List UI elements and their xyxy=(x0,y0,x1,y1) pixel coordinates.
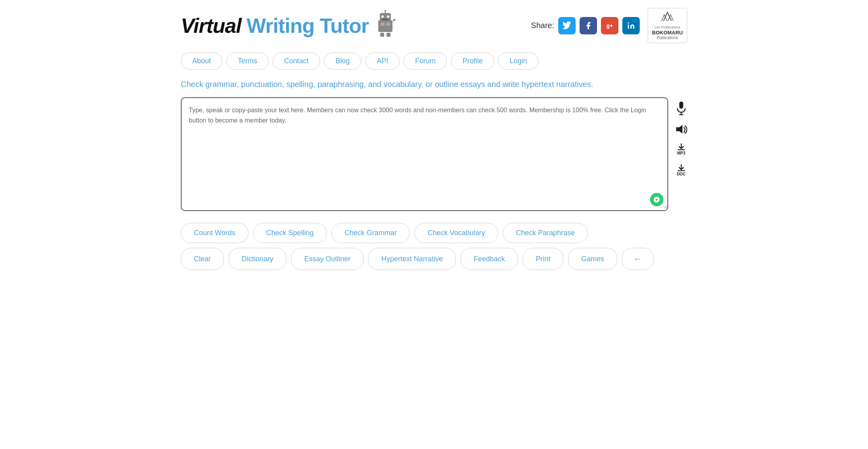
bokomaru-brand: BOKOMARU xyxy=(652,30,683,36)
nav-profile[interactable]: Profile xyxy=(451,53,494,70)
games-button[interactable]: Games xyxy=(568,248,617,270)
svg-rect-13 xyxy=(679,102,683,109)
svg-point-4 xyxy=(381,15,384,18)
count-words-button[interactable]: Count Words xyxy=(181,223,248,243)
svg-rect-6 xyxy=(382,19,389,20)
header: Virtual Writing Tutor xyxy=(181,8,687,43)
svg-rect-7 xyxy=(381,23,385,26)
gplus-share-button[interactable]: g+ xyxy=(601,17,618,34)
doc-label: DOC xyxy=(677,172,686,176)
logo-virtual: Virtual xyxy=(181,14,241,37)
logo-writing-tutor: Writing Tutor xyxy=(241,14,369,37)
nav-login[interactable]: Login xyxy=(498,53,538,70)
bokomaru-icon xyxy=(660,11,675,25)
doc-download-button[interactable]: DOC xyxy=(677,164,686,176)
action-row-1: Count Words Check Spelling Check Grammar… xyxy=(181,223,687,243)
essay-outliner-button[interactable]: Essay Outliner xyxy=(291,248,364,270)
hypertext-narrative-button[interactable]: Hypertext Narrative xyxy=(368,248,456,270)
speaker-button[interactable] xyxy=(675,124,687,134)
mp3-download-button[interactable]: MP3 xyxy=(677,143,686,155)
main-area: MP3 DOC xyxy=(181,97,687,211)
clear-button[interactable]: Clear xyxy=(181,248,224,270)
nav-contact[interactable]: Contact xyxy=(273,53,320,70)
twitter-share-button[interactable] xyxy=(558,17,576,34)
microphone-button[interactable] xyxy=(676,101,687,115)
main-textarea[interactable] xyxy=(182,98,667,209)
svg-rect-9 xyxy=(380,33,384,37)
nav-terms[interactable]: Terms xyxy=(226,53,269,70)
bokomaru-les: Les Publications xyxy=(654,25,680,30)
svg-point-5 xyxy=(387,15,389,18)
action-row-2: Clear Dictionary Essay Outliner Hypertex… xyxy=(181,248,687,270)
svg-rect-11 xyxy=(392,19,396,21)
svg-rect-0 xyxy=(378,20,392,32)
check-paraphrase-button[interactable]: Check Paraphrase xyxy=(503,223,588,243)
logo: Virtual Writing Tutor xyxy=(181,15,369,36)
feedback-button[interactable]: Feedback xyxy=(461,248,518,270)
logo-robot xyxy=(374,10,396,42)
svg-rect-8 xyxy=(386,23,390,26)
grammarly-button[interactable] xyxy=(650,193,663,206)
page-wrapper: Virtual Writing Tutor xyxy=(157,0,711,283)
logo-area: Virtual Writing Tutor xyxy=(181,10,396,42)
header-right: Share: g+ xyxy=(531,8,687,43)
check-vocabulary-button[interactable]: Check Vocabulary xyxy=(415,223,498,243)
nav-blog[interactable]: Blog xyxy=(324,53,361,70)
bokomaru-publications: Publications xyxy=(657,36,678,40)
side-icons: MP3 DOC xyxy=(675,97,687,176)
nav-forum[interactable]: Forum xyxy=(404,53,447,70)
facebook-share-button[interactable] xyxy=(580,17,597,34)
bokomaru-logo: Les Publications BOKOMARU Publications xyxy=(648,8,687,43)
print-button[interactable]: Print xyxy=(523,248,563,270)
back-arrow-button[interactable]: ← xyxy=(622,248,654,270)
svg-point-3 xyxy=(385,10,386,11)
nav-api[interactable]: API xyxy=(365,53,400,70)
share-label: Share: xyxy=(531,21,554,30)
tagline: Check grammar, punctuation, spelling, pa… xyxy=(181,78,687,90)
nav-bar: About Terms Contact Blog API Forum Profi… xyxy=(181,53,687,70)
svg-rect-10 xyxy=(387,33,390,37)
svg-marker-16 xyxy=(676,125,682,134)
check-spelling-button[interactable]: Check Spelling xyxy=(253,223,327,243)
nav-about[interactable]: About xyxy=(181,53,222,70)
share-area: Share: g+ xyxy=(531,17,640,34)
check-grammar-button[interactable]: Check Grammar xyxy=(332,223,410,243)
textarea-wrapper xyxy=(181,97,668,211)
linkedin-share-button[interactable] xyxy=(622,17,640,34)
svg-point-12 xyxy=(628,22,629,23)
mp3-label: MP3 xyxy=(677,151,686,155)
dictionary-button[interactable]: Dictionary xyxy=(229,248,286,270)
